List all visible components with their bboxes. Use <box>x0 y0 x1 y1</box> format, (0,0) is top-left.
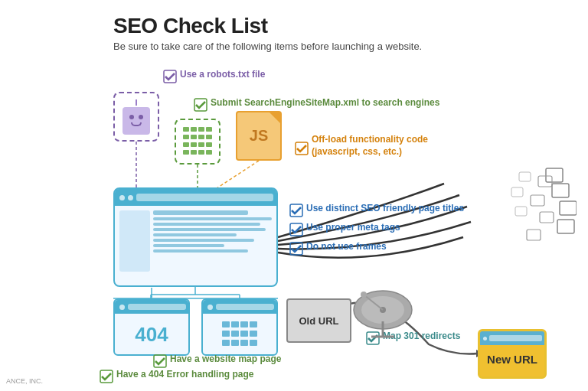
svg-rect-30 <box>546 168 563 182</box>
page-title: SEO Check List <box>113 14 422 38</box>
browser-sidebar <box>119 210 150 272</box>
browser-line <box>153 244 224 247</box>
grid-dot <box>191 150 197 155</box>
browser-line <box>153 233 237 236</box>
svg-line-2 <box>214 161 259 190</box>
svg-rect-35 <box>531 195 544 206</box>
robot-eyes <box>129 115 143 119</box>
browser-dot <box>128 195 133 200</box>
sitemap-dot <box>231 331 239 337</box>
page-container: SEO Check List Be sure to take care of t… <box>0 0 588 391</box>
sitemap-dot <box>222 321 230 327</box>
browser-bar-404 <box>115 300 188 314</box>
new-url-box: New URL <box>478 329 547 379</box>
sitemap-dot <box>250 321 257 327</box>
grid-dot <box>198 150 204 155</box>
robot-antenna <box>136 99 137 106</box>
checklist-item-8: Have a website map page <box>153 352 281 366</box>
check-icon-1 <box>163 70 177 83</box>
robot-eye-left <box>129 115 134 119</box>
robot-mouth <box>131 122 142 126</box>
old-url-label: Old URL <box>299 315 339 327</box>
satellite-dish <box>348 272 417 340</box>
sitemap-content <box>203 314 276 355</box>
error-404-label: 404 <box>115 314 188 355</box>
svg-rect-40 <box>515 207 527 216</box>
robot-eye-right <box>139 115 143 119</box>
check-icon-3 <box>295 142 309 155</box>
flying-pages <box>469 165 577 264</box>
sitemap-grid <box>222 321 257 347</box>
sitemap-dot <box>222 331 230 337</box>
box-404: 404 <box>113 298 190 356</box>
checklist-item-6: Do not use frames <box>289 239 387 253</box>
robot-face <box>122 107 150 135</box>
js-fold <box>270 112 280 123</box>
svg-rect-39 <box>511 187 523 197</box>
check-icon-9 <box>100 370 113 383</box>
grid-dot <box>198 142 204 147</box>
browser-content <box>115 206 276 276</box>
browser-line <box>153 217 272 220</box>
browser-line <box>153 239 254 242</box>
checklist-item-4: Use distinct SEO friendly page titles <box>289 201 464 215</box>
page-subtitle: Be sure to take care of the following it… <box>113 41 422 52</box>
svg-rect-36 <box>540 212 554 223</box>
check-icon-4 <box>289 204 303 217</box>
svg-rect-32 <box>560 201 577 215</box>
browser-large <box>113 187 278 287</box>
check-icon-2 <box>194 98 207 112</box>
new-url-browser-bar <box>480 331 544 345</box>
checklist-item-3: Off-load functionality code (javascript,… <box>295 134 433 158</box>
browser-url-small <box>216 304 274 310</box>
svg-rect-38 <box>519 172 531 181</box>
svg-rect-31 <box>552 184 569 197</box>
sitemap-dot <box>240 340 248 346</box>
js-box: JS <box>236 111 282 161</box>
check-icon-5 <box>289 223 303 236</box>
browser-bar-large <box>115 189 276 206</box>
grid-dot <box>191 127 197 132</box>
check-icon-6 <box>289 242 303 256</box>
browser-line <box>153 223 260 226</box>
checklist-item-1: Use a robots.txt file <box>163 67 265 81</box>
browser-url-small <box>128 304 186 310</box>
grid-dot <box>183 135 189 139</box>
checklist-item-9: Have a 404 Error handling page <box>100 367 253 381</box>
browser-url-new <box>489 335 542 341</box>
grid-dot <box>206 142 212 147</box>
checklist-item-2: Submit SearchEngineSiteMap.xml to search… <box>194 96 439 109</box>
old-url-box: Old URL <box>286 298 351 343</box>
svg-rect-33 <box>557 220 574 233</box>
sitemap-dot <box>222 340 230 346</box>
grid-dot <box>198 127 204 132</box>
robot-box <box>113 92 159 142</box>
grid-dot <box>191 135 197 139</box>
browser-dot <box>207 305 213 310</box>
grid-dot <box>198 135 204 139</box>
grid-box <box>175 119 220 165</box>
js-label: JS <box>250 127 268 145</box>
checklist-item-5: Use proper meta tags <box>289 220 400 234</box>
svg-rect-34 <box>538 176 552 187</box>
grid-dot <box>206 127 212 132</box>
sitemap-dot <box>250 340 257 346</box>
browser-line <box>153 228 266 231</box>
footer: ANCE, INC. <box>6 377 43 385</box>
sitemap-dot <box>231 321 239 327</box>
new-url-label: New URL <box>487 353 537 366</box>
sitemap-box <box>201 298 278 356</box>
grid-dot <box>183 150 189 155</box>
svg-rect-37 <box>527 230 541 240</box>
grid-dot <box>191 142 197 147</box>
browser-dot <box>483 337 487 340</box>
browser-url-bar <box>136 194 273 201</box>
sitemap-dot <box>231 340 239 346</box>
browser-dot <box>119 195 125 200</box>
sitemap-dot <box>240 331 248 337</box>
sitemap-dot <box>250 331 257 337</box>
browser-line <box>153 210 248 215</box>
svg-point-29 <box>361 292 367 298</box>
grid-dot <box>183 127 189 132</box>
browser-lines <box>153 210 272 272</box>
